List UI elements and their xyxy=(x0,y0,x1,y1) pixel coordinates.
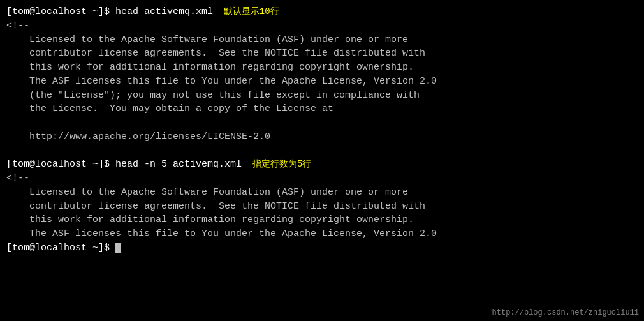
prompt: [tom@localhost ~]$ xyxy=(6,243,115,253)
command-line: [tom@localhost ~]$ head -n 5 activemq.xm… xyxy=(6,158,638,172)
prompt: [tom@localhost ~]$ xyxy=(6,6,115,17)
cursor xyxy=(115,243,121,253)
output-line: this work for additional information reg… xyxy=(6,213,638,227)
output-line: The ASF licenses this file to You under … xyxy=(6,227,638,241)
prompt: [tom@localhost ~]$ xyxy=(6,159,115,170)
output-line: (the "License"); you may not use this fi… xyxy=(6,89,638,103)
blank-line xyxy=(6,144,638,158)
command-line: [tom@localhost ~]$ xyxy=(6,241,638,255)
output-line: <!-- xyxy=(6,172,638,186)
output-line: contributor license agreements. See the … xyxy=(6,200,638,214)
command-text: head -n 5 activemq.xml xyxy=(115,159,242,170)
command-line: [tom@localhost ~]$ head activemq.xml 默认显… xyxy=(6,5,638,19)
output-line: this work for additional information reg… xyxy=(6,61,638,75)
output-line: Licensed to the Apache Software Foundati… xyxy=(6,33,638,47)
output-line: <!-- xyxy=(6,19,638,33)
output-line: contributor license agreements. See the … xyxy=(6,47,638,61)
output-line: the License. You may obtain a copy of th… xyxy=(6,102,638,116)
annotation: 指定行数为5行 xyxy=(242,159,311,169)
watermark: http://blog.csdn.net/zhiguoliu11 xyxy=(492,308,639,317)
output-line: The ASF licenses this file to You under … xyxy=(6,75,638,89)
terminal: [tom@localhost ~]$ head activemq.xml 默认显… xyxy=(0,0,644,321)
output-line: Licensed to the Apache Software Foundati… xyxy=(6,186,638,200)
command-text: head activemq.xml xyxy=(115,6,213,17)
blank-line xyxy=(6,116,638,130)
output-line: http://www.apache.org/licenses/LICENSE-2… xyxy=(6,130,638,144)
annotation: 默认显示10行 xyxy=(213,6,279,17)
